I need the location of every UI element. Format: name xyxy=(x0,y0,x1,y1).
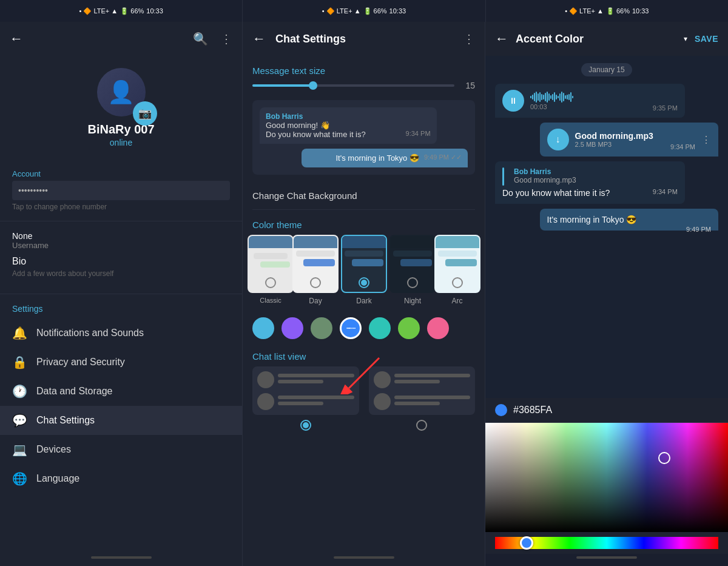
dropdown-arrow[interactable]: ▾ xyxy=(684,35,687,43)
color-circle-lime[interactable] xyxy=(398,317,420,339)
theme-night[interactable]: Night xyxy=(391,235,434,305)
quote-content: Bob Harris Good morning.mp3 xyxy=(514,167,576,186)
file-icon: ↓ xyxy=(547,129,569,150)
theme-radio-classic[interactable] xyxy=(265,277,276,288)
theme-radio-night[interactable] xyxy=(407,277,418,288)
chat-avatar-sm-1 xyxy=(257,371,274,388)
color-circle-pink[interactable] xyxy=(427,317,449,339)
color-circle-indigo[interactable]: ··· xyxy=(340,317,362,339)
theme-radio-dark[interactable] xyxy=(359,277,369,288)
settings-item-devices[interactable]: 💻 Devices xyxy=(12,435,230,464)
settings-item-data[interactable]: 🕐 Data and Storage xyxy=(12,377,230,406)
date-badge: January 15 xyxy=(495,63,718,76)
save-button[interactable]: SAVE xyxy=(695,34,718,44)
chat-avatar-sm-3 xyxy=(374,371,391,388)
chat-icon: 💬 xyxy=(12,413,27,428)
slider-track[interactable] xyxy=(252,84,454,87)
language-label: Language xyxy=(36,473,79,484)
voice-duration: 00:03 xyxy=(530,103,647,110)
back-button-left[interactable]: ← xyxy=(10,31,23,47)
quoted-message: Bob Harris Good morning.mp3 Do you know … xyxy=(495,161,685,204)
color-circle-green[interactable] xyxy=(311,317,332,339)
file-message: ↓ Good morning.mp3 2.5 MB MP3 9:34 PM ⋮ xyxy=(540,123,718,157)
color-circle-purple[interactable] xyxy=(281,317,303,339)
msg-text-1: Good morning! 👋 xyxy=(266,121,431,130)
file-menu-icon[interactable]: ⋮ xyxy=(701,134,711,146)
profile-section: 👤 📷 BiNaRy 007 online xyxy=(0,56,242,160)
message-size-label: Message text size xyxy=(252,66,475,76)
color-gradient-container[interactable] xyxy=(485,423,728,532)
theme-preview-arctic xyxy=(434,235,480,293)
theme-radio-arctic[interactable] xyxy=(452,277,463,288)
chat-list-radio-1[interactable] xyxy=(300,420,311,431)
theme-radio-day[interactable] xyxy=(310,277,321,288)
privacy-label: Privacy and Security xyxy=(36,357,125,368)
theme-options: Classic Day xyxy=(243,235,485,305)
header-icons-left: 🔍 ⋮ xyxy=(193,32,232,46)
status-bar-middle: • 🔶 LTE+ ▲ 🔋 66% 10:33 xyxy=(242,0,485,22)
theme-preview-night xyxy=(389,235,436,293)
theme-name-day: Day xyxy=(309,297,322,305)
gradient-cursor[interactable] xyxy=(658,452,670,464)
more-icon-left[interactable]: ⋮ xyxy=(220,32,232,46)
settings-item-notifications[interactable]: 🔔 Notifications and Sounds xyxy=(12,318,230,348)
username-label: Username xyxy=(12,241,230,250)
waveform xyxy=(530,91,647,103)
quote-text: Good morning.mp3 xyxy=(514,176,576,184)
theme-classic[interactable]: Classic xyxy=(252,235,289,305)
color-circles: ··· xyxy=(252,315,475,342)
theme-preview-classic xyxy=(248,235,294,293)
nav-bar-left xyxy=(91,556,152,559)
voice-play-button[interactable]: ⏸ xyxy=(502,90,524,112)
status-bar-left: • 🔶 LTE+ ▲ 🔋 66% 10:33 xyxy=(0,0,242,22)
chat-label: Chat Settings xyxy=(36,415,95,426)
slider-thumb[interactable] xyxy=(309,81,317,90)
color-circle-cyan[interactable] xyxy=(369,317,391,339)
data-icon: 🕐 xyxy=(12,384,27,399)
theme-day[interactable]: Day xyxy=(294,235,337,305)
outgoing-msg-1: It's morning in Tokyo 😎 9:49 PM ✓✓ xyxy=(302,149,468,167)
chat-list-option-2[interactable] xyxy=(369,366,476,431)
date-badge-text: January 15 xyxy=(581,63,632,76)
accent-dot xyxy=(495,404,507,416)
settings-item-language[interactable]: 🌐 Language xyxy=(12,464,230,493)
hue-slider[interactable] xyxy=(495,537,718,549)
nav-bar-middle xyxy=(334,556,394,559)
notifications-icon: 🔔 xyxy=(12,326,27,340)
slider-value: 15 xyxy=(460,81,475,90)
color-theme-section: Color theme Cla xyxy=(252,220,475,305)
settings-item-chat[interactable]: 💬 Chat Settings xyxy=(0,406,242,435)
nav-bar-right xyxy=(576,556,637,559)
quoted-msg-text: Do you know what time it is? 9:34 PM xyxy=(502,188,678,198)
account-label: Account xyxy=(12,169,230,178)
accent-hex-row xyxy=(485,398,728,423)
left-panel: ← 🔍 ⋮ 👤 📷 BiNaRy 007 online Account ••••… xyxy=(0,22,243,566)
chat-preview-middle: Bob Harris Good morning! 👋 Do you know w… xyxy=(252,100,475,175)
signal-middle: • 🔶 LTE+ ▲ xyxy=(322,7,361,15)
settings-section: Settings 🔔 Notifications and Sounds 🔒 Pr… xyxy=(0,294,242,498)
change-bg-button[interactable]: Change Chat Background xyxy=(252,182,475,210)
theme-dark[interactable]: Dark xyxy=(342,235,386,305)
accent-hex-input[interactable] xyxy=(513,405,718,416)
chat-list-preview-1 xyxy=(252,366,359,415)
msg-time-1b: 9:34 PM xyxy=(406,130,431,137)
middle-panel: ← Chat Settings ⋮ Message text size 15 B… xyxy=(243,22,485,566)
theme-arctic[interactable]: Arc xyxy=(439,235,475,305)
chat-list-option-1[interactable] xyxy=(252,366,359,431)
quote-sender: Bob Harris xyxy=(514,167,576,176)
back-button-right[interactable]: ← xyxy=(495,31,508,47)
more-icon-middle[interactable]: ⋮ xyxy=(463,32,475,46)
right-panel: ← Accent Color ▾ SAVE January 15 ⏸ xyxy=(485,22,728,566)
back-button-middle[interactable]: ← xyxy=(252,31,266,47)
settings-item-privacy[interactable]: 🔒 Privacy and Security xyxy=(12,348,230,377)
bottom-nav-right xyxy=(485,554,728,566)
chat-list-radio-2[interactable] xyxy=(416,420,427,431)
reply-text: It's morning in Tokyo 😎 xyxy=(547,215,711,224)
settings-title: Settings xyxy=(12,304,230,314)
color-circle-blue[interactable] xyxy=(252,317,274,339)
search-icon-left[interactable]: 🔍 xyxy=(193,32,208,46)
phone-value[interactable]: •••••••••• xyxy=(12,181,230,200)
chat-list-preview-2 xyxy=(369,366,476,415)
hue-thumb[interactable] xyxy=(520,536,533,550)
camera-button[interactable]: 📷 xyxy=(133,101,157,126)
